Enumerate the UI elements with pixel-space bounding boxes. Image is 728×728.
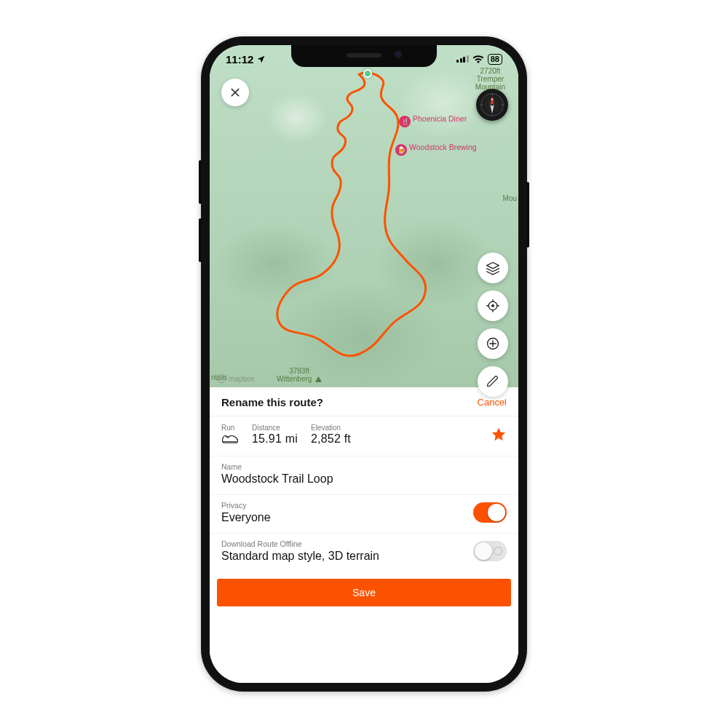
phone-frame: 11:12 88 2720ft Trem: [201, 36, 527, 692]
offline-field[interactable]: Download Route Offline Standard map styl…: [210, 533, 518, 571]
screen: 11:12 88 2720ft Trem: [210, 45, 518, 683]
offline-value: Standard map style, 3D terrain: [221, 550, 473, 563]
location-arrow-icon: [256, 55, 266, 64]
sheet-title: Rename this route?: [221, 396, 323, 408]
name-field[interactable]: Name Woodstock Trail Loop: [210, 456, 518, 494]
privacy-field[interactable]: Privacy Everyone: [210, 494, 518, 533]
route-path: [210, 45, 518, 387]
close-icon: [229, 87, 241, 98]
stat-elevation-label: Elevation: [311, 424, 351, 432]
map-canvas[interactable]: 2720ft Tremper Mountain 🍴Phoenicia Diner…: [210, 45, 518, 387]
label-mou: Mou: [503, 194, 517, 202]
svg-text:N: N: [491, 98, 493, 101]
pencil-icon: [486, 375, 499, 388]
route-start-marker: [363, 69, 372, 78]
cancel-button[interactable]: Cancel: [478, 397, 507, 408]
svg-point-9: [492, 305, 494, 307]
poi-diner[interactable]: 🍴Phoenicia Diner: [399, 114, 467, 127]
edit-button[interactable]: [478, 366, 508, 397]
signal-icon: [456, 55, 469, 63]
privacy-value: Everyone: [221, 511, 473, 524]
name-label: Name: [221, 462, 507, 471]
statusbar-time: 11:12: [226, 53, 253, 66]
plus-circle-icon: [486, 336, 500, 351]
add-button[interactable]: [478, 328, 508, 359]
label-wittenberg: 3783ft Wittenberg: [277, 367, 322, 383]
privacy-toggle[interactable]: [473, 502, 507, 523]
favorite-button[interactable]: [491, 427, 507, 446]
locate-icon: [486, 298, 500, 313]
map-actions: [478, 253, 508, 397]
stat-elevation-value: 2,852 ft: [311, 432, 351, 446]
stats-row: Run Distance 15.91 mi Elevation 2,852 ft: [210, 416, 518, 456]
route-sheet: Rename this route? Cancel Run Distance 1…: [210, 387, 518, 683]
layers-button[interactable]: [478, 253, 508, 283]
offline-toggle[interactable]: [473, 541, 507, 561]
name-value: Woodstock Trail Loop: [221, 472, 507, 486]
locate-button[interactable]: [478, 290, 508, 321]
stat-run-label: Run: [221, 424, 239, 432]
stat-distance-value: 15.91 mi: [252, 432, 298, 446]
run-shoe-icon: [221, 432, 239, 446]
layers-icon: [486, 261, 500, 275]
battery-level: 88: [488, 54, 502, 65]
save-button[interactable]: Save: [217, 579, 511, 606]
compass-icon: N: [480, 92, 505, 117]
notch: [291, 45, 437, 67]
wifi-icon: [472, 55, 484, 63]
svg-marker-6: [490, 105, 494, 114]
privacy-label: Privacy: [221, 501, 473, 510]
poi-brewing[interactable]: 🍺Woodstock Brewing: [395, 143, 477, 156]
map-attribution: mapbox: [217, 374, 255, 383]
star-icon: [491, 427, 507, 443]
offline-label: Download Route Offline: [221, 539, 473, 548]
battery-indicator: 88: [488, 54, 502, 65]
stat-distance-label: Distance: [252, 424, 298, 432]
compass[interactable]: N: [476, 89, 508, 121]
close-button[interactable]: [221, 79, 249, 106]
